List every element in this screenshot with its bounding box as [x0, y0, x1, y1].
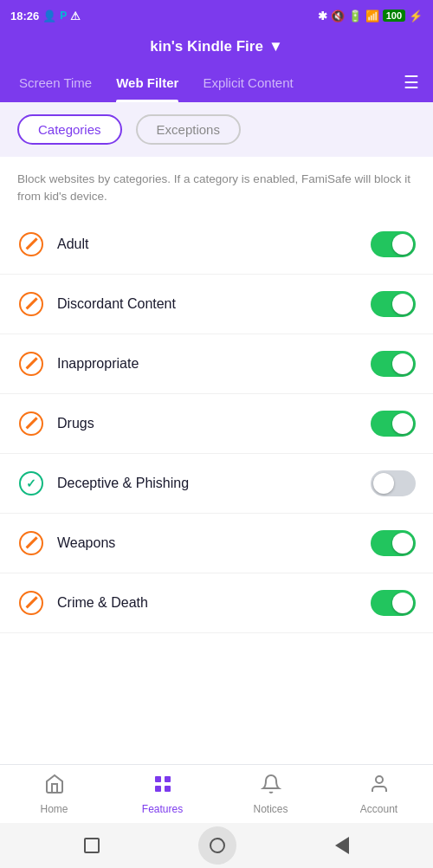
device-title-bar: kin's Kindle Fire ▼	[0, 31, 433, 62]
parking-icon: P	[60, 10, 67, 22]
svg-rect-2	[155, 786, 161, 792]
filter-row: Categories Exceptions	[0, 102, 433, 157]
bottom-nav-features[interactable]: Features	[108, 765, 216, 823]
svg-rect-1	[165, 776, 171, 782]
categories-button[interactable]: Categories	[17, 114, 122, 145]
warning-icon: ⚠	[70, 10, 81, 23]
user-icon: 👤	[42, 10, 56, 23]
category-item-crime: Crime & Death	[0, 573, 433, 633]
category-item-inappropriate: Inappropriate	[0, 334, 433, 394]
ban-icon-weapons	[17, 529, 45, 557]
bottom-nav-notices[interactable]: Notices	[216, 765, 325, 823]
bottom-nav-label-notices: Notices	[253, 803, 288, 815]
category-name-discordant: Discordant Content	[57, 296, 371, 312]
toggle-crime[interactable]	[371, 590, 416, 616]
bottom-nav-label-features: Features	[142, 803, 183, 815]
battery-charging-icon: 🔋	[348, 10, 362, 23]
charging-icon: ⚡	[409, 10, 423, 23]
system-nav	[0, 823, 433, 868]
account-icon	[369, 774, 390, 800]
bottom-nav-home[interactable]: Home	[0, 765, 108, 823]
toggle-adult[interactable]	[371, 231, 416, 257]
recent-apps-button[interactable]	[84, 838, 100, 853]
svg-rect-0	[155, 776, 161, 782]
category-item-deceptive: ✓Deceptive & Phishing	[0, 454, 433, 514]
status-right: ✱ 🔇 🔋 📶 100 ⚡	[318, 10, 423, 23]
ban-icon-crime	[17, 589, 45, 617]
toggle-inappropriate[interactable]	[371, 351, 416, 377]
category-name-weapons: Weapons	[57, 535, 371, 551]
category-item-discordant: Discordant Content	[0, 275, 433, 334]
category-name-drugs: Drugs	[57, 416, 371, 431]
category-item-drugs: Drugs	[0, 394, 433, 454]
ban-icon-drugs	[17, 410, 45, 437]
device-title: kin's Kindle Fire	[150, 38, 263, 55]
wifi-icon: 📶	[365, 10, 379, 23]
home-button[interactable]	[198, 826, 236, 865]
tab-web-filter[interactable]: Web Filter	[104, 62, 191, 102]
toggle-drugs[interactable]	[371, 411, 416, 437]
tab-screen-time[interactable]: Screen Time	[7, 62, 104, 102]
bottom-nav-account[interactable]: Account	[325, 765, 433, 823]
bottom-nav-label-home: Home	[40, 803, 68, 815]
features-icon	[152, 774, 173, 800]
status-left: 18:26 👤 P ⚠	[10, 10, 81, 23]
status-bar: 18:26 👤 P ⚠ ✱ 🔇 🔋 📶 100 ⚡	[0, 0, 433, 31]
ban-icon-adult	[17, 230, 45, 258]
category-item-adult: Adult	[0, 215, 433, 275]
mute-icon: 🔇	[331, 10, 345, 23]
dropdown-arrow-icon[interactable]: ▼	[268, 38, 283, 55]
category-name-inappropriate: Inappropriate	[57, 356, 371, 372]
nav-tabs: Screen Time Web Filter Explicit Content …	[0, 62, 433, 102]
time: 18:26	[10, 10, 39, 23]
category-item-weapons: Weapons	[0, 514, 433, 573]
tab-explicit-content[interactable]: Explicit Content	[191, 62, 305, 102]
category-list: AdultDiscordant ContentInappropriateDrug…	[0, 215, 433, 633]
bluetooth-icon: ✱	[318, 10, 327, 23]
category-name-crime: Crime & Death	[57, 595, 371, 611]
toggle-weapons[interactable]	[371, 530, 416, 556]
description-text: Block websites by categories. If a categ…	[0, 157, 433, 215]
svg-rect-3	[165, 786, 171, 792]
ban-icon-discordant	[17, 290, 45, 318]
battery-level: 100	[383, 10, 405, 22]
menu-icon[interactable]: ☰	[397, 72, 426, 93]
toggle-discordant[interactable]	[371, 291, 416, 317]
notices-icon	[261, 774, 281, 800]
category-name-adult: Adult	[57, 236, 371, 252]
home-icon	[44, 774, 65, 800]
bottom-nav-label-account: Account	[360, 803, 397, 815]
exceptions-button[interactable]: Exceptions	[136, 114, 241, 145]
svg-point-4	[376, 776, 383, 783]
check-icon-deceptive: ✓	[17, 470, 45, 497]
bottom-nav: HomeFeaturesNoticesAccount	[0, 764, 433, 823]
ban-icon-inappropriate	[17, 350, 45, 378]
back-button[interactable]	[335, 837, 349, 854]
toggle-deceptive[interactable]	[371, 470, 416, 496]
category-name-deceptive: Deceptive & Phishing	[57, 476, 371, 491]
